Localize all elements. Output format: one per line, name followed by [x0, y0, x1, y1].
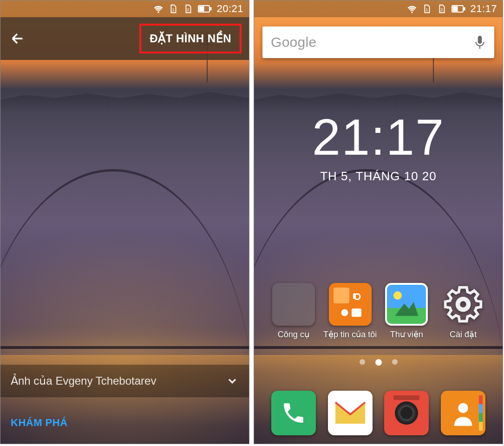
- back-button[interactable]: [8, 29, 26, 48]
- svg-point-10: [341, 309, 348, 316]
- page-dot-current: [375, 359, 382, 366]
- app-bar: ĐẶT HÌNH NỀN: [0, 17, 249, 60]
- app-label: Thư viện: [390, 329, 423, 340]
- app-label: Tệp tin của tôi: [323, 329, 377, 340]
- svg-rect-9: [464, 7, 465, 10]
- svg-text:1: 1: [426, 7, 429, 12]
- sim2-icon: 2: [183, 4, 193, 14]
- google-search-bar[interactable]: Google: [262, 26, 494, 58]
- photo-credit-text: Ảnh của Evgeny Tchebotarev: [11, 374, 156, 387]
- sim2-icon: 2: [437, 4, 447, 14]
- svg-rect-8: [453, 7, 458, 11]
- battery-icon: [198, 4, 212, 14]
- page-dot: [360, 359, 365, 365]
- clock-date: TH 5, THÁNG 10 20: [254, 169, 503, 184]
- dock-mail[interactable]: [328, 391, 373, 435]
- microphone-icon[interactable]: [474, 34, 486, 50]
- app-gallery[interactable]: Thư viện: [380, 283, 432, 340]
- wallpaper-picker-screen: 1 2 20:21 ĐẶT HÌNH NỀN Ảnh của Evgeny Tc…: [0, 0, 249, 444]
- page-indicator[interactable]: [254, 359, 503, 366]
- app-row: Công cụ Tệp tin của tôi Thư viện Cài đặt: [254, 283, 503, 340]
- svg-text:2: 2: [441, 7, 444, 12]
- sim1-icon: 1: [168, 4, 178, 14]
- sim1-icon: 1: [422, 4, 432, 14]
- svg-text:1: 1: [172, 7, 175, 12]
- app-tools-folder[interactable]: Công cụ: [268, 283, 320, 340]
- svg-point-13: [458, 403, 468, 413]
- svg-rect-11: [352, 308, 361, 317]
- page-dot: [392, 359, 398, 365]
- dock: [254, 391, 503, 435]
- photo-credit-row[interactable]: Ảnh của Evgeny Tchebotarev: [0, 365, 249, 397]
- clock-time: 21:17: [254, 107, 503, 166]
- dock-contacts[interactable]: [441, 391, 485, 435]
- clock-widget[interactable]: 21:17 TH 5, THÁNG 10 20: [254, 107, 503, 184]
- home-screen: 1 2 21:17 Google 21:17 TH 5, THÁNG 10 20…: [254, 0, 503, 444]
- explore-link[interactable]: KHÁM PHÁ: [11, 417, 68, 429]
- files-icon: [329, 283, 372, 326]
- wifi-icon: [153, 4, 164, 14]
- set-wallpaper-button[interactable]: ĐẶT HÌNH NỀN: [139, 24, 242, 53]
- app-settings[interactable]: Cài đặt: [437, 283, 489, 340]
- svg-rect-4: [210, 7, 211, 10]
- svg-text:2: 2: [187, 7, 190, 12]
- svg-rect-3: [199, 7, 204, 11]
- battery-icon: [452, 4, 465, 14]
- gear-icon: [442, 283, 484, 326]
- status-bar: 1 2 21:17: [254, 0, 503, 17]
- status-bar: 1 2 20:21: [0, 0, 249, 17]
- app-my-files[interactable]: Tệp tin của tôi: [324, 283, 376, 340]
- app-label: Cài đặt: [450, 329, 477, 340]
- chevron-down-icon: [226, 374, 239, 387]
- dock-phone[interactable]: [271, 391, 316, 435]
- folder-icon: [272, 283, 315, 326]
- status-time: 20:21: [216, 3, 243, 15]
- app-label: Công cụ: [278, 329, 309, 340]
- wifi-icon: [407, 4, 417, 14]
- status-time: 21:17: [470, 3, 497, 15]
- camera-lens-icon: [395, 401, 418, 425]
- search-placeholder: Google: [271, 34, 474, 50]
- gallery-icon: [385, 283, 428, 326]
- dock-camera[interactable]: [384, 391, 429, 435]
